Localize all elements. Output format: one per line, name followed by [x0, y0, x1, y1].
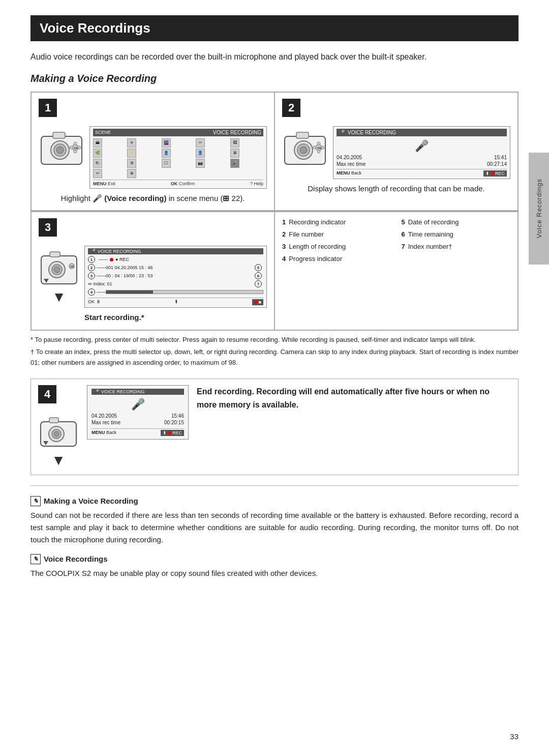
step-1-description: Highlight 🎤 (Voice recording) in scene m…	[39, 193, 267, 205]
step-4-maxrec-value: 00:20:15	[164, 420, 184, 425]
note-2-body: The COOLPIX S2 may be unable play or cop…	[30, 567, 518, 579]
svg-point-19	[317, 150, 320, 153]
annotation-3: 3 Length of recording	[282, 243, 391, 250]
step-4-screen-title: VOICE RECORDING	[101, 389, 145, 394]
step-4-screen-bottom: MENU Back ⬆ REC	[92, 428, 184, 436]
step-2-description: Display shows length of recording that c…	[282, 183, 510, 195]
step-1-screen: SCENE VOICE RECORDING 🏔 ✈ 🌆 ✂ 🖼 🌿 ⚡	[89, 126, 267, 189]
icon-8: 👤	[162, 149, 171, 158]
step-3-arrow: ▼	[52, 289, 66, 305]
icon-14: 📷	[196, 159, 205, 168]
icon-3: 🌆	[162, 138, 171, 148]
step-4-row: 4 ▼ 🎤 VOICE RECORDING 🎤	[30, 379, 518, 475]
svg-point-8	[74, 150, 77, 153]
note-1-icon: ✎	[30, 496, 41, 506]
step-4-maxrec-row: Max rec time 00:20:15	[92, 420, 184, 425]
step-2-cell: 2 OK	[274, 92, 518, 211]
step-1-screen-bottom: MENU Exit OK Confirm ? Help	[93, 180, 263, 186]
step-3-screen-title: VOICE RECORDING	[98, 249, 141, 254]
step-1-number: 1	[39, 99, 57, 117]
step-3-data-line4: ⇔ Index: 01 7	[88, 280, 263, 287]
ann-4-text: Progress indicator	[289, 255, 342, 263]
step-3-cell: 3 OK ▼	[31, 212, 274, 330]
page-number: 33	[510, 732, 518, 741]
ann-num-7: 7	[255, 280, 262, 287]
step-1-screen-title: VOICE RECORDING	[213, 130, 261, 135]
step-3-visual: OK ▼ 🎤 VOICE RECORDING 1 ——	[39, 246, 267, 324]
ann-num-5: 5	[255, 264, 262, 271]
step-4-mic: 🎤	[92, 398, 184, 411]
annotations-cell: 1 Recording indicator 5 Date of recordin…	[274, 212, 518, 330]
ann-7-text: Index number†	[408, 243, 452, 250]
step-2-camera: OK	[282, 126, 328, 168]
ann-7-num: 7	[402, 243, 405, 250]
rec-dot-4	[168, 431, 171, 434]
step-3-titlebar: 🎤 VOICE RECORDING	[88, 248, 263, 254]
ann-5-text: Date of recording	[408, 218, 459, 226]
step-3-screen-container: 🎤 VOICE RECORDING 1 —— ● REC 2 ——	[84, 246, 267, 324]
svg-point-10	[78, 146, 81, 149]
svg-rect-4	[53, 132, 65, 138]
step-4-rec-badge: ⬆ REC	[161, 430, 184, 436]
intro-text: Audio voice recordings can be recorded o…	[30, 50, 518, 64]
icon-7: ⚡	[127, 149, 136, 158]
note-1-title-text: Making a Voice Recording	[44, 497, 138, 505]
step-1-camera: OK	[39, 126, 84, 168]
icon-16: ↩	[93, 169, 102, 178]
icon-1: 🏔	[93, 138, 102, 148]
step-4-camera: ▼	[38, 413, 79, 469]
step-4-date-row: 04.20.2005 15:46	[92, 413, 184, 419]
section-subheading: Making a Voice Recording	[30, 73, 518, 84]
ann-num-3: 3	[88, 272, 95, 279]
step-4-number: 4	[38, 385, 56, 403]
icon-17: ⊕	[127, 169, 136, 178]
menu-confirm-label: OK Confirm	[171, 181, 195, 186]
step-3-rec-badge: ■	[252, 299, 263, 305]
note-2-icon-symbol: ✎	[33, 556, 38, 563]
ann-4-num: 4	[282, 255, 286, 263]
ann-num-1: 1	[88, 256, 95, 263]
icon-11: 🎭	[93, 159, 102, 168]
svg-point-7	[74, 142, 77, 145]
note-1-title: ✎ Making a Voice Recording	[30, 496, 518, 506]
step-1-cell: 1 OK	[31, 92, 274, 211]
svg-rect-26	[50, 252, 60, 257]
icon-12: ⚙	[127, 159, 136, 168]
sidebar-label: Voice Recordings	[529, 153, 549, 265]
svg-point-25	[54, 267, 60, 273]
page-title: Voice Recordings	[40, 20, 509, 36]
step-2-date: 04.20.2005	[337, 155, 362, 160]
ann-1-num: 1	[282, 218, 286, 226]
step-1-screen-container: SCENE VOICE RECORDING 🏔 ✈ 🌆 ✂ 🖼 🌿 ⚡	[89, 126, 267, 189]
icon-4: ✂	[196, 138, 205, 148]
step-3-camera: OK ▼	[39, 246, 79, 305]
rec-dot-3	[110, 258, 113, 261]
step-3-line3: 00 : 04 : 19/00 : 23 : 53	[106, 273, 153, 278]
step-4-time: 15:46	[171, 413, 184, 419]
step-3-rec-line: 1 —— ● REC	[88, 256, 263, 263]
step-3-number: 3	[39, 218, 57, 237]
step-3-data-line2: 2 —— 001 04.20.2005 15 : 46 5	[88, 264, 263, 271]
icon-2: ✈	[127, 138, 136, 148]
svg-text:OK: OK	[70, 265, 74, 268]
icon-13: ☐	[162, 159, 171, 168]
page-wrapper: Voice Recordings Audio voice recordings …	[0, 0, 549, 756]
annotation-6: 6 Time remaining	[402, 230, 511, 238]
step-3-screen: 🎤 VOICE RECORDING 1 —— ● REC 2 ——	[84, 246, 267, 308]
ann-1-text: Recording indicator	[289, 218, 346, 226]
icon-5: 🖼	[230, 138, 239, 148]
step-4-titlebar: 🎤 VOICE RECORDING	[92, 389, 184, 395]
rec-label: ● REC	[115, 257, 129, 262]
annotations-grid: 1 Recording indicator 5 Date of recordin…	[282, 218, 510, 265]
annotation-7: 7 Index number†	[402, 243, 511, 250]
step-2-visual: OK 🎤 VOICE RECORDING 🎤	[282, 126, 510, 179]
annotation-4: 4 Progress indicator	[282, 255, 391, 263]
note-2-icon: ✎	[30, 554, 41, 564]
step-3-data-line3: 3 —— 00 : 04 : 19/00 : 23 : 53 6	[88, 272, 263, 279]
menu-help-label: ? Help	[250, 181, 263, 186]
footnote-star: * To pause recording, press center of mu…	[30, 335, 518, 345]
step-1-visual: OK SCENE VOICE RECORDING	[39, 126, 267, 189]
step-2-screen-container: 🎤 VOICE RECORDING 🎤 04.20.2005 15:41 Max…	[333, 126, 510, 179]
note-2-section: ✎ Voice Recordings The COOLPIX S2 may be…	[30, 554, 518, 579]
page-title-bar: Voice Recordings	[30, 15, 518, 41]
